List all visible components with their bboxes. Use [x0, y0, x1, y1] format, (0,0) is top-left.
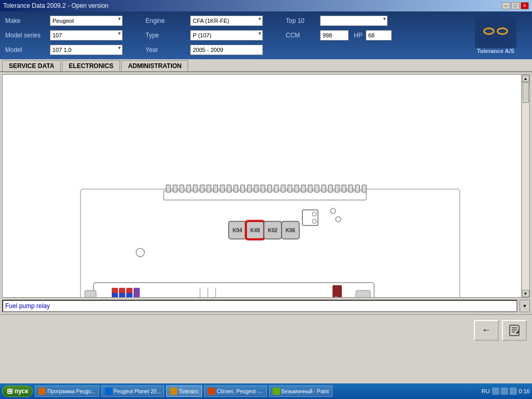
- svg-rect-14: [247, 185, 251, 192]
- main-content: ▲ ▼: [2, 74, 530, 298]
- status-dropdown-btn[interactable]: ▼: [520, 300, 530, 312]
- header: Make Peugeot Engine CFA (1KR-FE) Top 10: [0, 11, 532, 59]
- close-button[interactable]: ✕: [521, 2, 529, 9]
- make-label: Make: [5, 17, 47, 24]
- svg-rect-27: [335, 185, 339, 192]
- sys-tray: [492, 388, 517, 395]
- svg-rect-48: [85, 290, 96, 298]
- svg-text:K06: K06: [286, 228, 296, 233]
- taskbar-icon-4: [273, 388, 280, 395]
- svg-rect-17: [268, 185, 272, 192]
- svg-rect-29: [349, 185, 353, 192]
- status-bar: ▼: [2, 300, 530, 312]
- notes-icon: [508, 324, 521, 337]
- taskbar-label-3: Citroen, Peugeot -...: [217, 389, 263, 394]
- nav-administration[interactable]: ADMINISTRATION: [121, 60, 188, 71]
- taskbar-item-4[interactable]: Безымянный - Paint: [269, 385, 332, 397]
- year-label: Year: [145, 46, 187, 54]
- hp-input[interactable]: [366, 30, 392, 41]
- logo-area: Tolerance A/S: [464, 15, 527, 56]
- svg-rect-22: [301, 185, 305, 192]
- svg-rect-13: [241, 185, 245, 192]
- svg-rect-8: [207, 185, 211, 192]
- svg-rect-28: [342, 185, 346, 192]
- svg-rect-16: [261, 185, 265, 192]
- svg-rect-21: [295, 185, 299, 192]
- status-input[interactable]: [2, 300, 517, 312]
- svg-text:K04: K04: [233, 228, 243, 233]
- model-select[interactable]: 107 1,0: [50, 45, 123, 55]
- svg-rect-0: [81, 189, 460, 298]
- svg-rect-18: [274, 185, 278, 192]
- type-label: Type: [145, 32, 187, 39]
- glass-right: [497, 28, 508, 35]
- taskbar-icon-3: [208, 388, 215, 395]
- taskbar-icon-1: [105, 388, 112, 395]
- titlebar: Tolerance Data 2009.2 - Open version ─ □…: [0, 0, 532, 11]
- titlebar-buttons: ─ □ ✕: [502, 2, 529, 9]
- svg-rect-20: [288, 185, 292, 192]
- taskbar-label-2: Toleranc: [179, 389, 198, 394]
- notes-button[interactable]: [502, 320, 527, 341]
- taskbar-label-4: Безымянный - Paint: [282, 389, 329, 394]
- svg-rect-23: [308, 185, 312, 192]
- svg-rect-53: [112, 293, 118, 298]
- taskbar-item-3[interactable]: Citroen, Peugeot -...: [204, 385, 267, 397]
- svg-rect-90: [510, 325, 519, 336]
- back-button[interactable]: ←: [474, 320, 499, 341]
- top10-select[interactable]: [320, 16, 388, 26]
- start-button[interactable]: ⊞ пуск: [2, 385, 33, 397]
- svg-rect-7: [200, 185, 204, 192]
- svg-rect-4: [180, 185, 184, 192]
- year-field-row: Year: [145, 45, 286, 55]
- taskbar-label-0: Программа Peugo...: [47, 389, 95, 394]
- svg-rect-19: [281, 185, 285, 192]
- bottom-panel: ←: [0, 314, 532, 345]
- svg-text:K02: K02: [268, 228, 278, 233]
- make-select[interactable]: Peugeot: [50, 16, 123, 26]
- model-series-select[interactable]: 107: [50, 30, 123, 41]
- ccm-hp-field-row: CCM HP: [286, 30, 464, 41]
- logo-text: Tolerance A/S: [477, 48, 514, 54]
- svg-rect-10: [220, 185, 224, 192]
- scroll-track[interactable]: [522, 82, 529, 290]
- nav-electronics[interactable]: ELECTRONICS: [62, 60, 120, 71]
- tray-icon-3: [510, 388, 517, 395]
- fuse-diagram: K04 K49 K02 K06: [3, 75, 512, 298]
- model-series-select-wrapper: 107: [50, 30, 123, 41]
- scroll-thumb[interactable]: [523, 82, 529, 103]
- model-select-wrapper: 107 1,0: [50, 45, 123, 55]
- svg-rect-25: [322, 185, 326, 192]
- svg-rect-15: [254, 185, 258, 192]
- type-select-wrapper: P (107): [190, 30, 263, 41]
- svg-rect-54: [119, 293, 125, 298]
- taskbar-item-2[interactable]: Toleranc: [166, 385, 202, 397]
- taskbar-icon-0: [38, 388, 46, 395]
- taskbar-item-1[interactable]: Peugeot Planet 20...: [101, 385, 165, 397]
- type-field-row: Type P (107): [145, 30, 286, 41]
- engine-select[interactable]: CFA (1KR-FE): [190, 16, 263, 26]
- top10-select-wrapper: [320, 16, 388, 26]
- svg-rect-9: [214, 185, 218, 192]
- hp-label: HP: [354, 32, 363, 39]
- svg-rect-31: [362, 185, 366, 192]
- scroll-up-btn[interactable]: ▲: [522, 75, 529, 82]
- taskbar: ⊞ пуск Программа Peugo... Peugeot Planet…: [0, 383, 532, 399]
- glass-left: [483, 28, 495, 35]
- make-field-row: Make Peugeot: [5, 16, 145, 26]
- type-select[interactable]: P (107): [190, 30, 263, 41]
- nav-service-data[interactable]: SERVICE DATA: [2, 60, 61, 71]
- year-input[interactable]: [190, 45, 263, 55]
- svg-rect-5: [187, 185, 191, 192]
- vertical-scrollbar[interactable]: ▲ ▼: [521, 75, 529, 297]
- engine-label: Engine: [145, 17, 187, 24]
- maximize-button[interactable]: □: [511, 2, 520, 9]
- taskbar-time: 0:16: [519, 388, 530, 394]
- svg-rect-52: [134, 288, 140, 298]
- ccm-input[interactable]: [320, 30, 349, 41]
- svg-rect-24: [315, 185, 319, 192]
- scroll-down-btn[interactable]: ▼: [522, 290, 529, 297]
- taskbar-item-0[interactable]: Программа Peugo...: [35, 385, 99, 397]
- svg-rect-26: [328, 185, 332, 192]
- minimize-button[interactable]: ─: [502, 2, 510, 9]
